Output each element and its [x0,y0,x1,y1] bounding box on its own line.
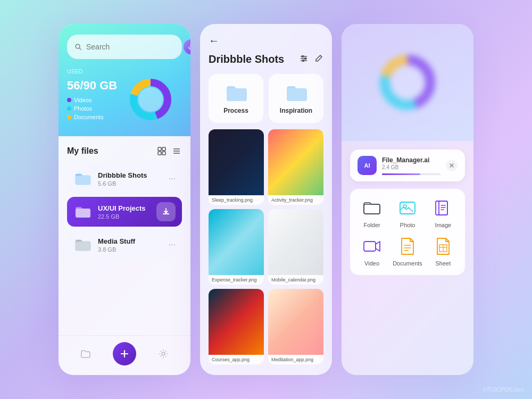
file-type-photo[interactable]: Photo [393,197,422,228]
file-name-dribbble: Dribbble Shots [98,171,163,179]
search-bar[interactable] [67,35,182,59]
file-more-dribbble[interactable]: ··· [169,174,176,184]
folder-nav-button[interactable] [76,344,95,363]
back-button[interactable]: ← [209,35,323,47]
upload-filename: File_Manager.ai [382,156,440,164]
video-type-icon [362,237,381,256]
image-name-expense: Expense_tracker.png [209,275,264,285]
svg-point-26 [303,60,304,61]
view-toggle [156,146,182,156]
image-card-sleep[interactable]: Sleep_tracking.png [209,129,264,205]
legend-documents: Documents [67,114,117,120]
documents-type-icon [399,237,416,256]
legend-label-videos: Videos [74,97,92,103]
panel1-bottom-nav [59,335,190,375]
file-type-label-folder: Folder [363,222,380,228]
file-type-grid: Folder Photo [350,189,465,275]
svg-rect-2 [190,44,190,48]
folder-icon-media [73,235,93,254]
folder-card-inspiration[interactable]: Inspiration [269,74,323,123]
folder-icon-ux-ui [73,202,93,221]
photo-type-icon-wrap [397,197,418,219]
file-size-media: 3.8 GB [98,246,163,253]
upload-filesize: 2.4 GB [382,164,440,170]
file-size-ux-ui: 22.5 GB [98,213,151,220]
file-list: Dribbble Shots 5.6 GB ··· UX/UI Projects… [67,164,182,260]
file-type-folder[interactable]: Folder [359,197,385,228]
file-info-media: Media Stuff 3.8 GB [98,237,163,253]
grid-view-icon[interactable] [156,146,167,156]
panel1-header: USED 56/90 GB Videos Photos [59,24,190,136]
folder-card-inspiration-name: Inspiration [280,107,312,114]
filter-button[interactable] [299,54,309,65]
download-button[interactable] [156,202,176,221]
image-card-expense[interactable]: Expense_tracker.png [209,209,264,285]
file-info-dribbble: Dribbble Shots 5.6 GB [98,171,163,187]
storage-row: 56/90 GB Videos Photos Documents [67,76,182,123]
add-button[interactable] [113,342,136,365]
svg-rect-8 [158,147,161,151]
legend-photos: Photos [67,105,117,112]
upload-card: AI File_Manager.ai 2.4 GB [350,149,465,181]
file-name-media: Media Stuff [98,237,163,245]
file-type-video[interactable]: Video [359,236,385,267]
settings-nav-button[interactable] [154,344,173,363]
close-icon [449,163,454,168]
image-name-mobile: Mobile_calendar.png [268,275,323,285]
image-card-courses[interactable]: Courses_app.png [209,289,264,364]
file-item-dribbble[interactable]: Dribbble Shots 5.6 GB ··· [67,164,182,194]
mic-button[interactable] [184,39,190,54]
svg-point-30 [391,66,423,98]
file-more-media[interactable]: ··· [169,240,176,250]
file-type-documents[interactable]: Documents [393,236,422,267]
edit-button[interactable] [314,54,323,65]
watermark: ©TO3OPEN.com [483,387,523,393]
file-item-media[interactable]: Media Stuff 3.8 GB ··· [67,230,182,260]
image-grid: Sleep_tracking.png Activity_tracker.png … [209,129,323,364]
svg-rect-11 [162,152,165,155]
mic-icon [188,44,191,51]
image-thumb-mobile [268,209,323,275]
image-name-meditation: Meditation_app.png [268,355,323,364]
svg-rect-40 [364,242,376,251]
documents-type-icon-wrap [397,236,418,257]
upload-progress-bar-track [382,173,440,175]
folder-card-process-name: Process [223,107,248,114]
image-type-icon-wrap [433,197,454,219]
legend-dot-videos [67,98,71,102]
panel3-content: AI File_Manager.ai 2.4 GB [342,141,473,375]
panel-3: AI File_Manager.ai 2.4 GB [342,24,473,375]
file-type-label-photo: Photo [400,222,415,228]
panel-1: USED 56/90 GB Videos Photos [59,24,190,375]
legend-label-documents: Documents [74,114,104,120]
search-icon [74,43,82,51]
svg-rect-10 [158,152,161,155]
svg-rect-35 [436,201,447,215]
folder-actions [299,54,323,65]
image-card-activity[interactable]: Activity_tracker.png [268,129,323,205]
photo-type-icon [398,198,417,218]
close-upload-button[interactable] [446,160,458,171]
file-item-ux-ui[interactable]: UX/UI Projects 22.5 GB [67,197,182,227]
image-thumb-meditation [268,289,323,355]
file-type-image[interactable]: Image [430,197,456,228]
files-title: My files [67,146,98,156]
svg-line-1 [79,48,81,49]
image-name-courses: Courses_app.png [209,355,264,364]
svg-point-17 [162,352,165,355]
folder-card-process[interactable]: Process [209,74,263,123]
folder-title: Dribbble Shots [209,53,284,65]
legend-label-photos: Photos [74,105,92,112]
image-card-mobile[interactable]: Mobile_calendar.png [268,209,323,285]
list-view-icon[interactable] [171,146,182,156]
search-input[interactable] [86,43,179,51]
image-thumb-courses [209,289,264,355]
image-thumb-sleep [209,129,264,195]
storage-amount: 56/90 GB [67,79,117,93]
svg-rect-36 [439,201,447,215]
folder-type-icon-wrap [361,197,383,219]
image-card-meditation[interactable]: Meditation_app.png [268,289,323,364]
files-header: My files [67,146,182,156]
image-thumb-expense [209,209,264,275]
file-type-sheet[interactable]: Sheet [430,236,456,267]
